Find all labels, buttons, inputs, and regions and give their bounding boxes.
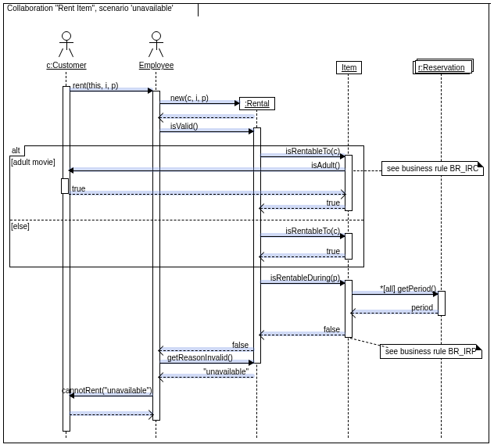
msg-getreason: getReasonInvalid() [159, 357, 253, 366]
note-link-1 [353, 170, 381, 171]
msg-isadult-return: true [69, 188, 345, 197]
msg-rent: rent(this, i, p) [70, 84, 152, 94]
actor-employee: Employee [133, 31, 180, 70]
alt-guard-2: [else] [11, 222, 30, 231]
msg-getperiod-return: period [352, 306, 438, 316]
alt-operator: alt [9, 145, 25, 156]
object-rental: :Rental [239, 97, 275, 110]
actor-employee-label: Employee [133, 61, 180, 70]
msg-new: new(c, i, p) [159, 97, 239, 106]
alt-separator [10, 220, 363, 220]
object-item: Item [336, 61, 362, 74]
msg-cannotrent: cannotRent("unavailable") [70, 389, 152, 399]
lifeline-reservation [441, 73, 442, 438]
msg-isvalid-return: false [159, 344, 253, 353]
msg-getreason-return: "unavailable" [159, 371, 253, 380]
stickman-icon [57, 31, 76, 59]
stickman-icon [147, 31, 166, 59]
msg-isrentableto-1: isRentableTo(c) [260, 150, 345, 159]
msg-isrentableto-2: isRentableTo(c) [260, 230, 345, 239]
msg-isadult: isAdult() [69, 164, 345, 174]
collab-frame-top [197, 3, 491, 4]
actor-customer: c:Customer [43, 31, 90, 70]
note-br-irc: see business rule BR_IRC [381, 161, 484, 176]
msg-isrentableduring: isRentableDuring(p) [260, 277, 345, 286]
note-br-irp: see business rule BR_IRP [380, 344, 482, 359]
msg-isrentableto-1-return: true [260, 202, 345, 211]
msg-isrentableduring-return: false [260, 328, 345, 338]
msg-cannotrent-return [70, 408, 152, 418]
msg-isvalid: isValid() [159, 125, 253, 134]
msg-new-return [159, 111, 253, 120]
actor-customer-label: c:Customer [43, 61, 90, 70]
alt-guard-1: [adult movie] [11, 158, 55, 167]
msg-getperiod: *[all] getPeriod() [352, 288, 438, 297]
msg-isrentableto-2-return: true [260, 250, 345, 260]
object-reservation: r:Reservation [413, 61, 470, 74]
